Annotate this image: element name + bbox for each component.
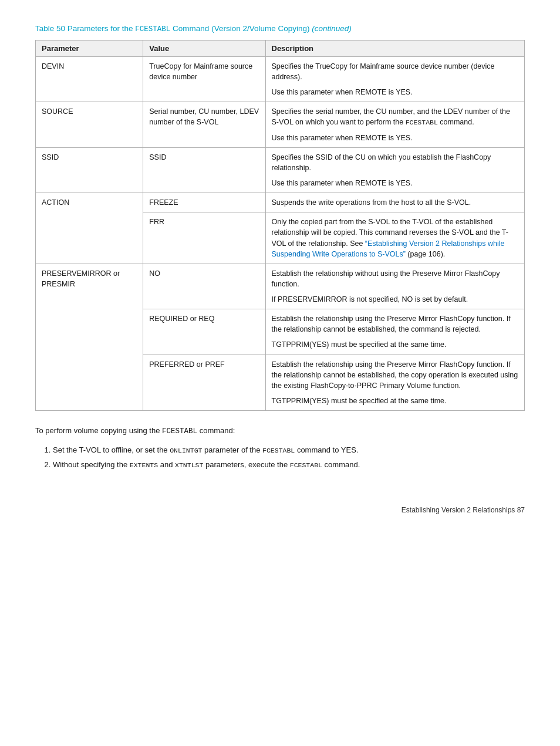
table-row: ACTION FREEZE Suspends the write operati… (36, 193, 525, 212)
header-value: Value (143, 40, 265, 56)
value-preferred: PREFERRED or PREF (143, 355, 265, 411)
value-ssid: SSID (143, 147, 265, 193)
desc-devin: Specifies the TrueCopy for Mainframe sou… (265, 56, 525, 102)
value-source: Serial number, CU number, LDEV number of… (143, 102, 265, 147)
desc-source: Specifies the serial number, the CU numb… (265, 102, 525, 147)
table-title-suffix: (continued) (312, 24, 352, 33)
fcestabl-code-step2: FCESTABL (290, 461, 322, 469)
link-establishing[interactable]: “Establishing Version 2 Relationships wh… (272, 239, 505, 258)
param-source: SOURCE (36, 102, 143, 147)
value-frr: FRR (143, 212, 265, 264)
value-required: REQUIRED or REQ (143, 309, 265, 355)
table-title-middle: Command (Version 2/Volume Copying) (170, 24, 312, 33)
extents-code: EXTENTS (130, 461, 158, 469)
table-row: DEVIN TrueCopy for Mainframe source devi… (36, 56, 525, 102)
onlintgt-code: ONLINTGT (170, 447, 202, 454)
param-preservemirror: PRESERVEMIRROR or PRESMIR (36, 264, 143, 410)
param-ssid: SSID (36, 147, 143, 193)
table-row: PRESERVEMIRROR or PRESMIR NO Establish t… (36, 264, 525, 309)
parameters-table: Parameter Value Description DEVIN TrueCo… (35, 40, 525, 411)
table-command-code: FCESTABL (135, 25, 170, 33)
table-row: SSID SSID Specifies the SSID of the CU o… (36, 147, 525, 193)
list-item: Without specifying the EXTENTS and XTNTL… (53, 459, 525, 471)
value-freeze: FREEZE (143, 193, 265, 212)
body-paragraph: To perform volume copying using the FCES… (35, 425, 525, 437)
list-item: Set the T-VOL to offline, or set the ONL… (53, 444, 525, 456)
param-devin: DEVIN (36, 56, 143, 102)
header-description: Description (265, 40, 525, 56)
header-parameter: Parameter (36, 40, 143, 56)
value-no: NO (143, 264, 265, 309)
xtntlst-code: XTNTLST (175, 461, 203, 469)
desc-required: Establish the relationship using the Pre… (265, 309, 525, 355)
desc-freeze: Suspends the write operations from the h… (265, 193, 525, 212)
fcestabl-code-step1: FCESTABL (262, 447, 295, 454)
table-row: SOURCE Serial number, CU number, LDEV nu… (36, 102, 525, 147)
value-devin: TrueCopy for Mainframe source device num… (143, 56, 265, 102)
table-title: Table 50 Parameters for the FCESTABL Com… (35, 23, 525, 35)
desc-frr: Only the copied part from the S-VOL to t… (265, 212, 525, 264)
param-action: ACTION (36, 193, 143, 264)
table-title-prefix: Table 50 Parameters for the (35, 24, 135, 33)
numbered-steps: Set the T-VOL to offline, or set the ONL… (53, 444, 525, 471)
footer-text: Establishing Version 2 Relationships 87 (402, 506, 525, 514)
desc-ssid: Specifies the SSID of the CU on which yo… (265, 147, 525, 193)
fcestabl-code: FCESTABL (406, 119, 438, 126)
body-fcestabl-code: FCESTABL (162, 427, 197, 436)
desc-preferred: Establish the relationship using the Pre… (265, 355, 525, 411)
page-footer: Establishing Version 2 Relationships 87 (35, 506, 525, 514)
desc-no: Establish the relationship without using… (265, 264, 525, 309)
